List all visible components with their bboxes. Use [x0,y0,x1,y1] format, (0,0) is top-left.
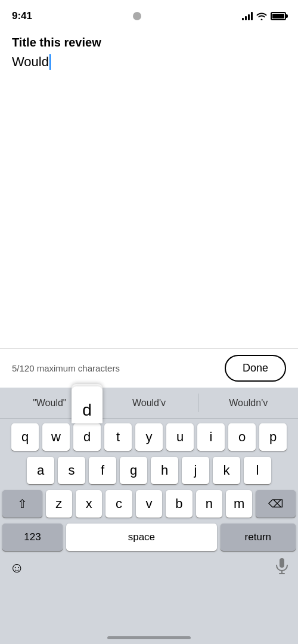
input-text: Would [12,54,49,70]
keyboard: "Would" Would'v Wouldn'v q w d d t y u i… [0,388,298,644]
key-d-label: d [83,429,91,445]
key-n[interactable]: n [196,490,222,518]
autocomplete-row: "Would" Would'v Wouldn'v [0,388,298,419]
key-l[interactable]: l [244,457,271,484]
autocomplete-item-1[interactable]: Would'v [100,388,199,418]
keyboard-bottom-row: ☺ [0,553,298,584]
signal-icon [242,12,253,20]
key-f[interactable]: f [89,457,116,484]
key-row-1: q w d d t y u i o p [2,423,296,451]
key-q[interactable]: q [11,423,39,451]
wifi-icon [256,12,267,20]
key-i[interactable]: i [197,423,225,451]
key-row-2: a s f g h j k l [2,457,296,484]
key-s[interactable]: s [58,457,85,484]
return-key[interactable]: return [221,524,296,551]
key-u[interactable]: u [166,423,194,451]
key-a[interactable]: a [27,457,54,484]
key-y[interactable]: y [135,423,163,451]
key-j[interactable]: j [182,457,209,484]
battery-icon [271,12,286,20]
key-o[interactable]: o [228,423,256,451]
space-key[interactable]: space [66,524,217,551]
key-c[interactable]: c [105,490,132,518]
bottom-toolbar: 5/120 maximum characters Done [0,348,298,388]
status-bar: 9:41 [0,0,298,29]
key-popup-d: d [72,386,103,423]
key-t[interactable]: t [104,423,132,451]
review-title-label: Title this review [12,36,286,49]
autocomplete-item-2[interactable]: Wouldn'v [198,388,298,418]
numbers-key[interactable]: 123 [2,524,63,551]
autocomplete-text-1: Would'v [132,398,166,408]
key-b[interactable]: b [166,490,192,518]
done-button[interactable]: Done [225,355,286,382]
key-rows: q w d d t y u i o p a s f g h j k l ⇧ [0,419,298,553]
key-m[interactable]: m [226,490,252,518]
review-input-display[interactable]: Would [12,54,286,70]
content-area: Title this review Would [0,29,298,77]
key-h[interactable]: h [151,457,178,484]
key-k[interactable]: k [213,457,240,484]
key-v[interactable]: v [136,490,162,518]
mic-key[interactable] [275,558,288,578]
key-z[interactable]: z [46,490,72,518]
key-x[interactable]: x [76,490,102,518]
delete-key[interactable]: ⌫ [256,490,296,518]
char-count: 5/120 maximum characters [12,363,120,373]
shift-key[interactable]: ⇧ [2,490,42,518]
autocomplete-text-2: Wouldn'v [229,398,268,408]
key-p[interactable]: p [259,423,287,451]
emoji-key[interactable]: ☺ [10,559,24,576]
status-time: 9:41 [12,10,32,22]
key-row-4: 123 space return [2,524,296,551]
key-row-3: ⇧ z x c v b n m ⌫ [2,490,296,518]
autocomplete-text-0: "Would" [33,398,66,408]
key-d[interactable]: d d [73,423,101,451]
home-indicator [107,636,191,639]
svg-rect-0 [280,558,284,568]
text-cursor [49,54,51,70]
key-w[interactable]: w [42,423,70,451]
key-g[interactable]: g [120,457,147,484]
camera-dot [133,12,141,20]
status-icons [242,12,286,20]
